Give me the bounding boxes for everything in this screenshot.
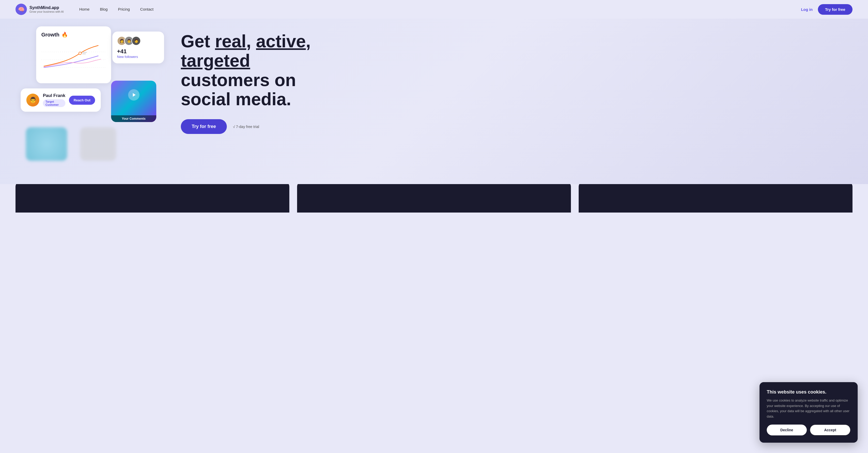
cookie-title: This website uses cookies. <box>767 389 850 395</box>
hero-cards: Growth 🔥 <box>16 26 165 169</box>
video-label: Your Comments <box>111 115 156 122</box>
growth-card-title: Growth 🔥 <box>41 32 106 38</box>
cookie-actions: Decline Accept <box>767 425 850 435</box>
nav-contact[interactable]: Contact <box>140 7 154 11</box>
nav-home[interactable]: Home <box>79 7 90 11</box>
bottom-card-2 <box>297 181 571 213</box>
cookie-accept-button[interactable]: Accept <box>810 425 850 435</box>
svg-rect-5 <box>82 54 86 54</box>
svg-point-3 <box>79 52 82 55</box>
real-text: real <box>215 31 246 51</box>
paul-frank-card: 👨 Paul Frank Target Customer Reach Out <box>21 88 101 112</box>
nav-links: Home Blog Pricing Contact <box>79 7 801 11</box>
brain-icon: 🧠 <box>18 6 25 12</box>
paul-name: Paul Frank <box>43 93 65 98</box>
brand: 🧠 SynthMind.app Grow your business with … <box>16 4 64 15</box>
targeted-text: targeted <box>181 51 250 70</box>
followers-avatars: 👩 👨 🧑 <box>117 36 159 46</box>
nav-actions: Log in Try for free <box>801 4 852 15</box>
hero-heading: Get real, active, targeted customers on … <box>181 32 852 109</box>
nav-pricing[interactable]: Pricing <box>118 7 130 11</box>
hero-section: Growth 🔥 <box>0 19 868 184</box>
bottom-cards-row <box>0 181 868 213</box>
hero-text: Get real, active, targeted customers on … <box>165 26 852 134</box>
svg-rect-4 <box>82 52 87 53</box>
nav-try-button[interactable]: Try for free <box>818 4 852 15</box>
blurred-card-right <box>80 127 116 161</box>
cookie-decline-button[interactable]: Decline <box>767 425 807 435</box>
growth-chart <box>41 40 106 74</box>
svg-marker-6 <box>133 93 135 97</box>
cookie-banner: This website uses cookies. We use cookie… <box>760 382 858 443</box>
hero-try-button[interactable]: Try for free <box>181 119 227 134</box>
active-text: active <box>256 31 306 51</box>
paul-badge: Target Customer <box>43 99 65 107</box>
paul-info: Paul Frank Target Customer <box>43 93 65 107</box>
hero-cta: Try for free √ 7-day free trial <box>181 119 852 134</box>
followers-count: +41 <box>117 48 159 55</box>
cookie-text: We use cookies to analyze website traffi… <box>767 398 850 419</box>
bottom-card-1 <box>16 181 289 213</box>
brand-logo: 🧠 <box>16 4 27 15</box>
fire-icon: 🔥 <box>61 32 68 38</box>
followers-label: New followers <box>117 55 159 59</box>
growth-card: Growth 🔥 <box>36 26 111 83</box>
brand-subtitle: Grow your business with AI <box>29 10 64 13</box>
nav-blog[interactable]: Blog <box>100 7 108 11</box>
bottom-card-3 <box>579 181 852 213</box>
navbar: 🧠 SynthMind.app Grow your business with … <box>0 0 868 19</box>
brand-title: SynthMind.app <box>29 5 64 10</box>
reach-out-button[interactable]: Reach Out <box>69 96 95 105</box>
play-icon[interactable] <box>128 89 140 101</box>
blurred-card-left <box>26 127 67 161</box>
trial-text: √ 7-day free trial <box>233 124 259 129</box>
paul-avatar: 👨 <box>26 93 39 107</box>
video-card[interactable]: Your Comments <box>111 81 156 122</box>
brand-text: SynthMind.app Grow your business with AI <box>29 5 64 13</box>
avatar-3: 🧑 <box>131 36 141 46</box>
followers-card: 👩 👨 🧑 +41 New followers <box>113 32 164 63</box>
growth-label: Growth <box>41 32 59 38</box>
login-link[interactable]: Log in <box>801 7 813 11</box>
